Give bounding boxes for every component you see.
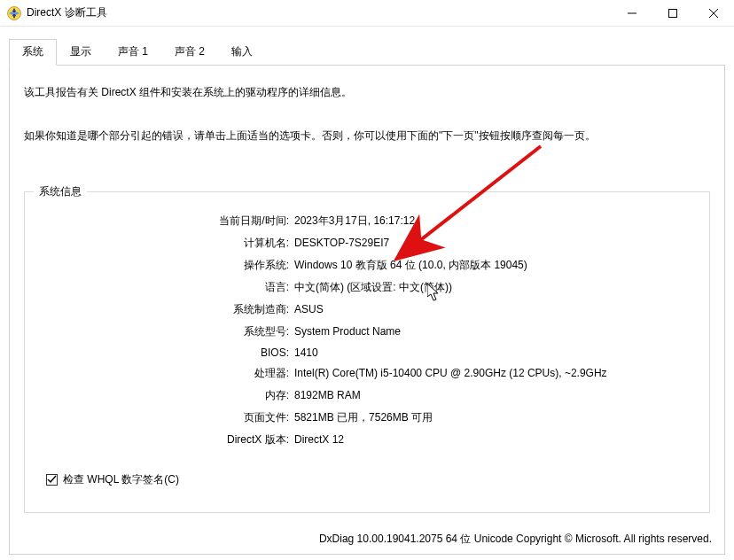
app-icon: [7, 6, 21, 20]
info-row-model: 系统型号: System Product Name: [37, 324, 697, 339]
info-value: Windows 10 教育版 64 位 (10.0, 内部版本 19045): [294, 258, 527, 273]
minimize-button[interactable]: [612, 0, 652, 27]
info-row-memory: 内存: 8192MB RAM: [37, 388, 697, 403]
tab-label: 输入: [231, 45, 253, 58]
info-row-os: 操作系统: Windows 10 教育版 64 位 (10.0, 内部版本 19…: [37, 258, 697, 273]
info-label: 当前日期/时间:: [37, 214, 294, 229]
checkbox-icon: [46, 474, 58, 486]
tab-label: 声音 1: [118, 45, 148, 58]
info-label: 语言:: [37, 280, 294, 295]
info-label: 内存:: [37, 388, 294, 403]
info-value: 5821MB 已用，7526MB 可用: [294, 410, 433, 425]
info-value: DirectX 12: [294, 433, 344, 446]
info-value: 2023年3月17日, 16:17:12: [294, 214, 415, 229]
info-label: BIOS:: [37, 346, 294, 359]
tab-label: 显示: [70, 45, 91, 58]
tab-label: 声音 2: [175, 45, 205, 58]
info-row-language: 语言: 中文(简体) (区域设置: 中文(简体)): [37, 280, 697, 295]
info-label: 处理器:: [37, 366, 294, 381]
tab-panel-system: 该工具报告有关 DirectX 组件和安装在系统上的驱动程序的详细信息。 如果你…: [9, 65, 725, 555]
info-row-processor: 处理器: Intel(R) Core(TM) i5-10400 CPU @ 2.…: [37, 366, 697, 381]
whql-label: 检查 WHQL 数字签名(C): [63, 472, 179, 487]
info-value: DESKTOP-7S29EI7: [294, 237, 389, 249]
info-label: 系统制造商:: [37, 302, 294, 317]
info-value: 8192MB RAM: [294, 389, 361, 401]
info-label: 计算机名:: [37, 236, 294, 251]
intro-text-1: 该工具报告有关 DirectX 组件和安装在系统上的驱动程序的详细信息。: [24, 85, 712, 100]
info-value: 1410: [294, 346, 318, 359]
tab-label: 系统: [22, 45, 43, 58]
close-button[interactable]: [693, 0, 734, 27]
tab-sound-1[interactable]: 声音 1: [105, 39, 161, 66]
info-value: 中文(简体) (区域设置: 中文(简体)): [294, 280, 452, 295]
system-info-legend: 系统信息: [34, 184, 87, 199]
info-row-directx-version: DirectX 版本: DirectX 12: [37, 432, 697, 447]
info-row-bios: BIOS: 1410: [37, 346, 697, 359]
intro-text-2: 如果你知道是哪个部分引起的错误，请单击上面适当的选项卡。否则，你可以使用下面的"…: [24, 128, 712, 144]
system-info-group: 系统信息 当前日期/时间: 2023年3月17日, 16:17:12 计算机名:…: [24, 191, 710, 513]
window-controls: [612, 0, 734, 27]
info-row-pagefile: 页面文件: 5821MB 已用，7526MB 可用: [37, 410, 697, 425]
tab-input[interactable]: 输入: [218, 39, 266, 66]
svg-rect-1: [669, 9, 677, 17]
tab-system[interactable]: 系统: [9, 39, 57, 66]
tab-sound-2[interactable]: 声音 2: [161, 39, 218, 66]
info-value: System Product Name: [294, 325, 401, 338]
info-row-computer-name: 计算机名: DESKTOP-7S29EI7: [37, 236, 697, 251]
whql-checkbox-row[interactable]: 检查 WHQL 数字签名(C): [46, 472, 697, 487]
info-row-manufacturer: 系统制造商: ASUS: [37, 302, 697, 317]
info-label: 操作系统:: [37, 258, 294, 273]
window-title: DirectX 诊断工具: [27, 5, 107, 20]
footer-text: DxDiag 10.00.19041.2075 64 位 Unicode Cop…: [319, 532, 712, 547]
titlebar: DirectX 诊断工具: [0, 0, 734, 27]
maximize-button[interactable]: [652, 0, 693, 27]
tab-display[interactable]: 显示: [57, 39, 105, 66]
info-row-datetime: 当前日期/时间: 2023年3月17日, 16:17:12: [37, 214, 697, 229]
info-value: ASUS: [294, 303, 324, 315]
info-value: Intel(R) Core(TM) i5-10400 CPU @ 2.90GHz…: [294, 367, 607, 379]
tab-strip: 系统 显示 声音 1 声音 2 输入: [9, 39, 734, 66]
info-label: DirectX 版本:: [37, 432, 294, 447]
info-label: 页面文件:: [37, 410, 294, 425]
info-label: 系统型号:: [37, 324, 294, 339]
